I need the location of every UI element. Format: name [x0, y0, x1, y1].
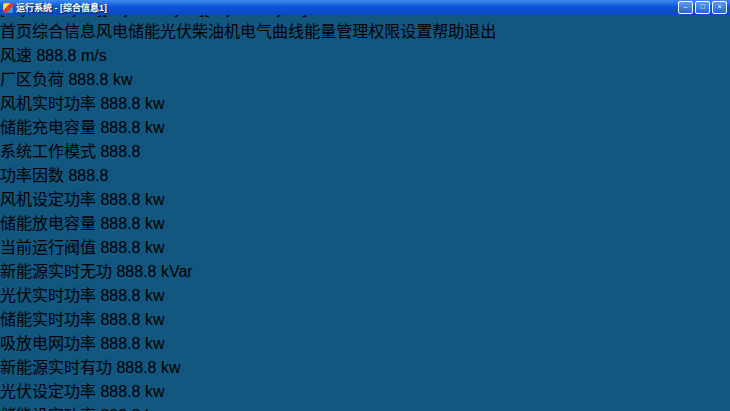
- led-display: 888.8: [100, 287, 140, 304]
- nav-tab[interactable]: 储能: [128, 23, 160, 40]
- led-display: 888.8: [100, 335, 140, 352]
- led-display: 888.8: [100, 215, 140, 232]
- metric-unit: kw: [145, 215, 165, 232]
- metric-label: 吸放电网功率: [0, 335, 96, 352]
- led-display: 888.8: [100, 95, 140, 112]
- metric-label: 光伏设定功率: [0, 383, 96, 400]
- metric-label: 当前运行阀值: [0, 239, 96, 256]
- metric-cell: 新能源实时无功 888.8 kVar: [0, 258, 730, 282]
- metric-unit: kw: [145, 191, 165, 208]
- nav-tabs: 首页综合信息风电储能光伏柴油机电气曲线能量管理权限设置帮助退出: [0, 18, 730, 42]
- metric-cell: 吸放电网功率 888.8 kw: [0, 330, 730, 354]
- metric-cell: 风机设定功率 888.8 kw: [0, 186, 730, 210]
- nav-tab[interactable]: 曲线: [272, 23, 304, 40]
- app-window: 运行系统 - [综合信息1] – □ × [object Object][obj…: [0, 0, 730, 411]
- metric-label: 新能源实时无功: [0, 263, 112, 280]
- metric-unit: kw: [145, 95, 165, 112]
- metric-cell: 新能源实时有功 888.8 kw: [0, 354, 730, 378]
- metric-label: 风速: [0, 47, 32, 64]
- metric-unit: kw: [145, 119, 165, 136]
- led-display: 888.8: [100, 119, 140, 136]
- led-display: 888.8: [100, 311, 140, 328]
- window-titlebar: 运行系统 - [综合信息1] – □ ×: [0, 0, 730, 15]
- nav-tab[interactable]: 综合信息: [32, 23, 96, 40]
- metric-unit: kw: [145, 311, 165, 328]
- metric-cell: 光伏设定功率 888.8 kw: [0, 378, 730, 402]
- metric-cell: 系统工作模式 888.8: [0, 138, 730, 162]
- metric-cell: 当前运行阀值 888.8 kw: [0, 234, 730, 258]
- nav-tab[interactable]: 电气: [240, 23, 272, 40]
- metric-cell: 风速 888.8 m/s: [0, 42, 730, 66]
- led-display: 888.8: [68, 167, 108, 184]
- metric-label: 系统工作模式: [0, 143, 96, 160]
- nav-tab[interactable]: 帮助: [432, 23, 464, 40]
- metric-unit: kw: [145, 287, 165, 304]
- metric-cell: 厂区负荷 888.8 kw: [0, 66, 730, 90]
- metric-label: 储能设定功率: [0, 407, 96, 411]
- nav-tab[interactable]: 能量管理: [304, 23, 368, 40]
- metric-cell: 光伏实时功率 888.8 kw: [0, 282, 730, 306]
- led-display: 888.8: [100, 407, 140, 411]
- metric-unit: kw: [145, 407, 165, 411]
- metric-label: 厂区负荷: [0, 71, 64, 88]
- led-display: 888.8: [100, 143, 140, 160]
- metric-cell: 风机实时功率 888.8 kw: [0, 90, 730, 114]
- led-display: 888.8: [100, 239, 140, 256]
- nav-tab[interactable]: 风电: [96, 23, 128, 40]
- app-icon: [3, 3, 13, 13]
- led-display: 888.8: [100, 191, 140, 208]
- metric-unit: kw: [145, 335, 165, 352]
- close-button[interactable]: ×: [712, 1, 727, 14]
- metric-cell: 功率因数 888.8: [0, 162, 730, 186]
- maximize-button[interactable]: □: [695, 1, 710, 14]
- nav-tab[interactable]: 柴油机: [192, 23, 240, 40]
- led-display: 888.8: [116, 359, 156, 376]
- led-display: 888.8: [68, 71, 108, 88]
- metric-label: 储能放电容量: [0, 215, 96, 232]
- metric-label: 功率因数: [0, 167, 64, 184]
- metric-label: 风机设定功率: [0, 191, 96, 208]
- minimize-button[interactable]: –: [678, 1, 693, 14]
- window-title: 运行系统 - [综合信息1]: [16, 1, 675, 14]
- metric-label: 新能源实时有功: [0, 359, 112, 376]
- nav-tab[interactable]: 首页: [0, 23, 32, 40]
- metric-label: 储能充电容量: [0, 119, 96, 136]
- metric-label: 风机实时功率: [0, 95, 96, 112]
- metric-unit: kw: [145, 239, 165, 256]
- led-display: 888.8: [36, 47, 76, 64]
- nav-tab[interactable]: 权限设置: [368, 23, 432, 40]
- metrics-grid: 风速 888.8 m/s 厂区负荷 888.8 kw 风机实时功率 888.8 …: [0, 42, 730, 411]
- nav-tab[interactable]: 光伏: [160, 23, 192, 40]
- metric-unit: m/s: [81, 47, 107, 64]
- led-display: 888.8: [100, 383, 140, 400]
- nav-tab[interactable]: 退出: [464, 23, 496, 40]
- metric-unit: kVar: [161, 263, 193, 280]
- led-display: 888.8: [116, 263, 156, 280]
- metric-cell: 储能充电容量 888.8 kw: [0, 114, 730, 138]
- metric-cell: 储能设定功率 888.8 kw: [0, 402, 730, 411]
- metric-label: 储能实时功率: [0, 311, 96, 328]
- metrics-panel: 风速 888.8 m/s 厂区负荷 888.8 kw 风机实时功率 888.8 …: [0, 42, 730, 411]
- metric-unit: kw: [145, 383, 165, 400]
- metric-unit: kw: [113, 71, 133, 88]
- metric-label: 光伏实时功率: [0, 287, 96, 304]
- metric-cell: 储能放电容量 888.8 kw: [0, 210, 730, 234]
- metric-unit: kw: [161, 359, 181, 376]
- metric-cell: 储能实时功率 888.8 kw: [0, 306, 730, 330]
